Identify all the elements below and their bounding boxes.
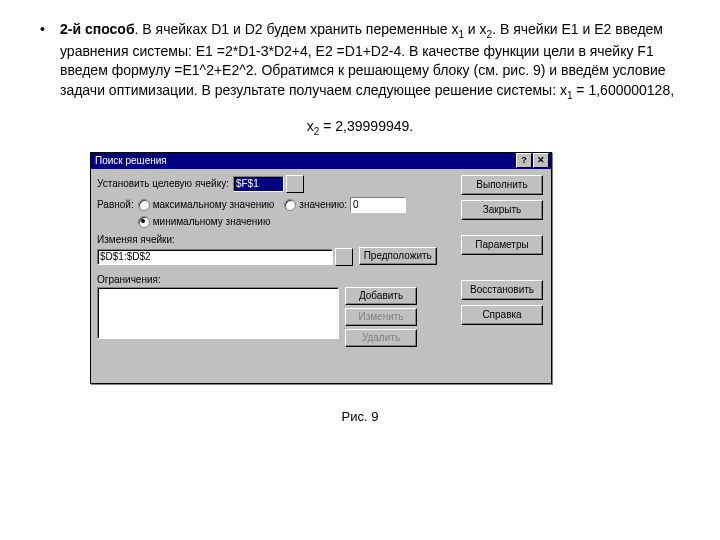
value-input[interactable]: 0: [350, 197, 406, 213]
bullet: •: [40, 20, 60, 103]
change-button[interactable]: Изменить: [345, 308, 417, 326]
paragraph-text: 2-й способ. В ячейках D1 и D2 будем хран…: [60, 20, 680, 103]
radio-value[interactable]: значению: 0: [284, 197, 406, 213]
constraints-listbox[interactable]: [97, 287, 339, 339]
guess-button[interactable]: Предположить: [359, 247, 438, 265]
radio-icon: [284, 199, 296, 211]
radio-icon: [138, 216, 150, 228]
help-button[interactable]: Справка: [461, 305, 543, 325]
close-button[interactable]: Закрыть: [461, 200, 543, 220]
method-bold: 2-й способ: [60, 21, 135, 37]
solver-dialog: Поиск решения ? ✕ Установить целевую яче…: [90, 152, 552, 384]
radio-icon: [138, 199, 150, 211]
ref-button-icon[interactable]: [335, 248, 353, 266]
add-button[interactable]: Добавить: [345, 287, 417, 305]
changing-cells-label: Изменяя ячейки:: [97, 234, 437, 245]
radio-min[interactable]: минимальному значению: [138, 216, 406, 228]
constraints-label: Ограничения:: [97, 274, 437, 285]
titlebar[interactable]: Поиск решения ? ✕: [91, 153, 551, 169]
equal-label: Равной:: [97, 199, 134, 210]
delete-button[interactable]: Удалить: [345, 329, 417, 347]
main-paragraph: • 2-й способ. В ячейках D1 и D2 будем хр…: [40, 20, 680, 103]
dialog-title: Поиск решения: [93, 155, 515, 166]
params-button[interactable]: Параметры: [461, 235, 543, 255]
x2-result-line: x2 = 2,39999949.: [40, 118, 680, 137]
figure-caption: Рис. 9: [40, 409, 680, 424]
right-button-column: Выполнить Закрыть Параметры Восстановить…: [461, 175, 543, 330]
changing-cells-input[interactable]: $D$1:$D$2: [97, 249, 333, 265]
ref-button-icon[interactable]: [286, 175, 304, 193]
restore-button[interactable]: Восстановить: [461, 280, 543, 300]
help-icon[interactable]: ?: [516, 153, 532, 168]
target-cell-label: Установить целевую ячейку:: [97, 178, 229, 189]
target-cell-input[interactable]: $F$1: [233, 176, 284, 192]
close-icon[interactable]: ✕: [533, 153, 549, 168]
solve-button[interactable]: Выполнить: [461, 175, 543, 195]
radio-max[interactable]: максимальному значению: [138, 199, 275, 211]
